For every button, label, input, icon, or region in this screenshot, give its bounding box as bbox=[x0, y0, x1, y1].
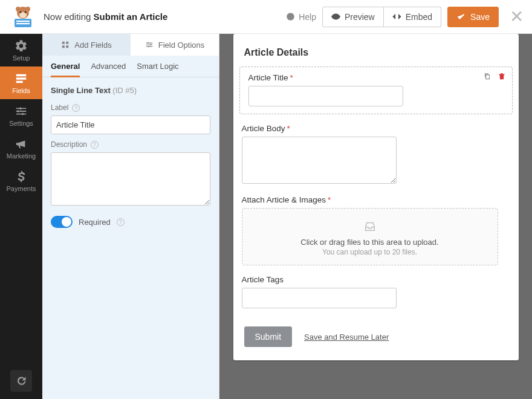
canvas-area: Article Details Article Title* Article B… bbox=[219, 34, 532, 399]
dollar-icon bbox=[15, 170, 28, 183]
topbar: Now editing Submit an Article Help Previ… bbox=[0, 0, 532, 34]
svg-point-14 bbox=[335, 16, 337, 18]
inbox-icon bbox=[362, 219, 378, 233]
description-input[interactable] bbox=[51, 152, 210, 206]
svg-point-4 bbox=[16, 7, 21, 11]
required-label: Required bbox=[79, 218, 111, 227]
required-toggle[interactable] bbox=[51, 216, 73, 228]
history-icon bbox=[16, 375, 27, 386]
svg-point-7 bbox=[20, 11, 22, 13]
svg-rect-17 bbox=[62, 45, 65, 48]
rail-item-payments[interactable]: Payments bbox=[0, 164, 42, 197]
svg-point-5 bbox=[25, 7, 30, 11]
rail-item-settings[interactable]: Settings bbox=[0, 99, 42, 132]
field-article-title[interactable]: Article Title* bbox=[239, 66, 513, 114]
duplicate-icon[interactable] bbox=[483, 72, 491, 80]
field-article-tags[interactable]: Article Tags bbox=[233, 271, 519, 314]
svg-rect-16 bbox=[66, 42, 68, 44]
field-panel: Add Fields Field Options General Advance… bbox=[42, 34, 219, 399]
subtab-advanced[interactable]: Advanced bbox=[91, 62, 126, 77]
article-tags-input[interactable] bbox=[242, 288, 397, 308]
svg-point-0 bbox=[19, 107, 22, 109]
editing-label: Now editing Submit an Article bbox=[44, 11, 167, 22]
rail-label: Marketing bbox=[7, 152, 36, 160]
rail-label: Setup bbox=[13, 54, 30, 62]
check-icon bbox=[456, 12, 465, 21]
label-input[interactable] bbox=[51, 115, 210, 134]
svg-point-20 bbox=[150, 44, 151, 45]
rail-label: Settings bbox=[9, 120, 33, 127]
label-title: Label bbox=[51, 103, 68, 112]
svg-point-6 bbox=[19, 12, 27, 18]
svg-rect-10 bbox=[16, 21, 30, 22]
svg-point-8 bbox=[25, 11, 27, 13]
nav-rail: Setup Fields Settings Marketing Payments bbox=[0, 0, 42, 399]
section-title: Article Details bbox=[233, 34, 519, 66]
save-button[interactable]: Save bbox=[447, 7, 499, 27]
embed-button[interactable]: Embed bbox=[384, 7, 441, 27]
field-article-body[interactable]: Article Body* bbox=[233, 120, 519, 192]
svg-rect-18 bbox=[66, 45, 68, 48]
help-icon[interactable]: ? bbox=[91, 141, 99, 149]
logo bbox=[8, 5, 37, 29]
tab-field-options[interactable]: Field Options bbox=[131, 34, 219, 56]
close-icon[interactable]: ✕ bbox=[510, 8, 524, 25]
rail-item-setup[interactable]: Setup bbox=[0, 34, 42, 66]
tab-add-fields[interactable]: Add Fields bbox=[42, 34, 131, 56]
help-icon[interactable]: ? bbox=[72, 104, 80, 112]
code-icon bbox=[392, 12, 401, 21]
svg-point-19 bbox=[147, 42, 148, 44]
article-title-input[interactable] bbox=[248, 86, 403, 106]
form-icon bbox=[15, 72, 28, 85]
rail-item-fields[interactable]: Fields bbox=[0, 66, 42, 99]
form-canvas: Article Details Article Title* Article B… bbox=[233, 34, 519, 360]
megaphone-icon bbox=[15, 137, 28, 151]
sliders-icon bbox=[15, 105, 28, 118]
help-icon[interactable]: ? bbox=[117, 218, 125, 226]
svg-point-1 bbox=[18, 110, 20, 112]
submit-button[interactable]: Submit bbox=[244, 326, 293, 347]
help-icon bbox=[286, 12, 295, 21]
file-dropzone[interactable]: Click or drag files to this area to uplo… bbox=[242, 208, 498, 265]
save-resume-link[interactable]: Save and Resume Later bbox=[304, 332, 389, 342]
svg-rect-15 bbox=[62, 42, 65, 44]
svg-rect-11 bbox=[16, 23, 30, 24]
field-attach[interactable]: Attach Article & Images* Click or drag f… bbox=[233, 192, 519, 271]
article-body-input[interactable] bbox=[242, 137, 397, 184]
description-title: Description bbox=[51, 140, 87, 149]
eye-icon bbox=[331, 12, 340, 21]
rail-label: Payments bbox=[7, 185, 36, 192]
svg-point-2 bbox=[22, 112, 24, 115]
subtab-general[interactable]: General bbox=[51, 62, 80, 77]
sliders-icon bbox=[145, 41, 154, 49]
help-link[interactable]: Help bbox=[286, 12, 316, 22]
grid-icon bbox=[61, 41, 70, 49]
rail-label: Fields bbox=[12, 87, 30, 94]
rail-history[interactable] bbox=[0, 363, 42, 399]
subtab-smart-logic[interactable]: Smart Logic bbox=[137, 62, 178, 77]
preview-button[interactable]: Preview bbox=[322, 7, 384, 27]
svg-point-21 bbox=[148, 46, 149, 47]
svg-point-13 bbox=[290, 18, 291, 19]
trash-icon[interactable] bbox=[498, 72, 506, 80]
gear-icon bbox=[15, 39, 28, 53]
rail-item-marketing[interactable]: Marketing bbox=[0, 132, 42, 164]
field-heading: Single Line Text (ID #5) bbox=[42, 77, 219, 97]
